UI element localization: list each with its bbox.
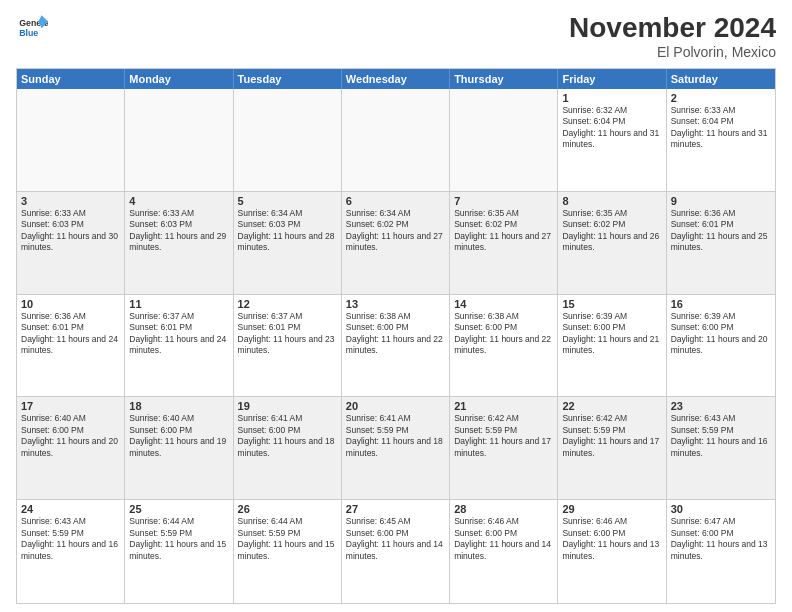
day-number: 17 [21, 400, 120, 412]
day-detail: Sunrise: 6:39 AM Sunset: 6:00 PM Dayligh… [671, 311, 771, 357]
day-number: 30 [671, 503, 771, 515]
day-number: 7 [454, 195, 553, 207]
day-cell: 9Sunrise: 6:36 AM Sunset: 6:01 PM Daylig… [667, 192, 775, 294]
day-cell: 11Sunrise: 6:37 AM Sunset: 6:01 PM Dayli… [125, 295, 233, 397]
day-detail: Sunrise: 6:41 AM Sunset: 6:00 PM Dayligh… [238, 413, 337, 459]
day-number: 15 [562, 298, 661, 310]
logo-icon: General Blue [16, 12, 48, 44]
day-number: 21 [454, 400, 553, 412]
day-cell: 24Sunrise: 6:43 AM Sunset: 5:59 PM Dayli… [17, 500, 125, 603]
day-cell: 13Sunrise: 6:38 AM Sunset: 6:00 PM Dayli… [342, 295, 450, 397]
day-detail: Sunrise: 6:35 AM Sunset: 6:02 PM Dayligh… [562, 208, 661, 254]
day-cell: 2Sunrise: 6:33 AM Sunset: 6:04 PM Daylig… [667, 89, 775, 191]
day-number: 8 [562, 195, 661, 207]
day-cell: 21Sunrise: 6:42 AM Sunset: 5:59 PM Dayli… [450, 397, 558, 499]
day-detail: Sunrise: 6:45 AM Sunset: 6:00 PM Dayligh… [346, 516, 445, 562]
day-cell: 30Sunrise: 6:47 AM Sunset: 6:00 PM Dayli… [667, 500, 775, 603]
day-number: 12 [238, 298, 337, 310]
day-detail: Sunrise: 6:38 AM Sunset: 6:00 PM Dayligh… [346, 311, 445, 357]
day-detail: Sunrise: 6:36 AM Sunset: 6:01 PM Dayligh… [21, 311, 120, 357]
day-number: 28 [454, 503, 553, 515]
day-cell: 5Sunrise: 6:34 AM Sunset: 6:03 PM Daylig… [234, 192, 342, 294]
day-cell: 20Sunrise: 6:41 AM Sunset: 5:59 PM Dayli… [342, 397, 450, 499]
day-detail: Sunrise: 6:47 AM Sunset: 6:00 PM Dayligh… [671, 516, 771, 562]
day-cell: 14Sunrise: 6:38 AM Sunset: 6:00 PM Dayli… [450, 295, 558, 397]
calendar-row: 10Sunrise: 6:36 AM Sunset: 6:01 PM Dayli… [17, 295, 775, 398]
weekday-header: Monday [125, 69, 233, 89]
day-number: 19 [238, 400, 337, 412]
day-cell: 1Sunrise: 6:32 AM Sunset: 6:04 PM Daylig… [558, 89, 666, 191]
day-number: 25 [129, 503, 228, 515]
day-number: 26 [238, 503, 337, 515]
day-number: 10 [21, 298, 120, 310]
day-detail: Sunrise: 6:41 AM Sunset: 5:59 PM Dayligh… [346, 413, 445, 459]
day-number: 27 [346, 503, 445, 515]
day-number: 2 [671, 92, 771, 104]
day-number: 29 [562, 503, 661, 515]
empty-cell [234, 89, 342, 191]
day-detail: Sunrise: 6:33 AM Sunset: 6:04 PM Dayligh… [671, 105, 771, 151]
day-cell: 22Sunrise: 6:42 AM Sunset: 5:59 PM Dayli… [558, 397, 666, 499]
empty-cell [450, 89, 558, 191]
title-block: November 2024 El Polvorin, Mexico [569, 12, 776, 60]
day-detail: Sunrise: 6:33 AM Sunset: 6:03 PM Dayligh… [129, 208, 228, 254]
day-cell: 6Sunrise: 6:34 AM Sunset: 6:02 PM Daylig… [342, 192, 450, 294]
day-detail: Sunrise: 6:34 AM Sunset: 6:03 PM Dayligh… [238, 208, 337, 254]
day-number: 9 [671, 195, 771, 207]
day-number: 5 [238, 195, 337, 207]
day-cell: 19Sunrise: 6:41 AM Sunset: 6:00 PM Dayli… [234, 397, 342, 499]
day-detail: Sunrise: 6:43 AM Sunset: 5:59 PM Dayligh… [21, 516, 120, 562]
weekday-header: Saturday [667, 69, 775, 89]
day-detail: Sunrise: 6:43 AM Sunset: 5:59 PM Dayligh… [671, 413, 771, 459]
weekday-header: Thursday [450, 69, 558, 89]
calendar-title: November 2024 [569, 12, 776, 44]
day-number: 13 [346, 298, 445, 310]
day-number: 23 [671, 400, 771, 412]
day-detail: Sunrise: 6:35 AM Sunset: 6:02 PM Dayligh… [454, 208, 553, 254]
day-number: 16 [671, 298, 771, 310]
day-number: 14 [454, 298, 553, 310]
day-detail: Sunrise: 6:46 AM Sunset: 6:00 PM Dayligh… [562, 516, 661, 562]
day-cell: 8Sunrise: 6:35 AM Sunset: 6:02 PM Daylig… [558, 192, 666, 294]
day-number: 3 [21, 195, 120, 207]
day-detail: Sunrise: 6:44 AM Sunset: 5:59 PM Dayligh… [129, 516, 228, 562]
svg-text:Blue: Blue [19, 28, 38, 38]
day-detail: Sunrise: 6:37 AM Sunset: 6:01 PM Dayligh… [238, 311, 337, 357]
day-detail: Sunrise: 6:39 AM Sunset: 6:00 PM Dayligh… [562, 311, 661, 357]
day-number: 11 [129, 298, 228, 310]
day-cell: 27Sunrise: 6:45 AM Sunset: 6:00 PM Dayli… [342, 500, 450, 603]
weekday-header: Sunday [17, 69, 125, 89]
weekday-header: Tuesday [234, 69, 342, 89]
calendar-subtitle: El Polvorin, Mexico [569, 44, 776, 60]
day-cell: 25Sunrise: 6:44 AM Sunset: 5:59 PM Dayli… [125, 500, 233, 603]
day-cell: 3Sunrise: 6:33 AM Sunset: 6:03 PM Daylig… [17, 192, 125, 294]
day-detail: Sunrise: 6:36 AM Sunset: 6:01 PM Dayligh… [671, 208, 771, 254]
day-cell: 15Sunrise: 6:39 AM Sunset: 6:00 PM Dayli… [558, 295, 666, 397]
day-detail: Sunrise: 6:44 AM Sunset: 5:59 PM Dayligh… [238, 516, 337, 562]
day-cell: 4Sunrise: 6:33 AM Sunset: 6:03 PM Daylig… [125, 192, 233, 294]
day-cell: 16Sunrise: 6:39 AM Sunset: 6:00 PM Dayli… [667, 295, 775, 397]
day-number: 1 [562, 92, 661, 104]
page: General Blue November 2024 El Polvorin, … [0, 0, 792, 612]
day-detail: Sunrise: 6:38 AM Sunset: 6:00 PM Dayligh… [454, 311, 553, 357]
day-cell: 26Sunrise: 6:44 AM Sunset: 5:59 PM Dayli… [234, 500, 342, 603]
weekday-header: Wednesday [342, 69, 450, 89]
calendar-row: 17Sunrise: 6:40 AM Sunset: 6:00 PM Dayli… [17, 397, 775, 500]
day-number: 4 [129, 195, 228, 207]
day-detail: Sunrise: 6:42 AM Sunset: 5:59 PM Dayligh… [454, 413, 553, 459]
calendar-row: 24Sunrise: 6:43 AM Sunset: 5:59 PM Dayli… [17, 500, 775, 603]
day-detail: Sunrise: 6:40 AM Sunset: 6:00 PM Dayligh… [129, 413, 228, 459]
day-detail: Sunrise: 6:40 AM Sunset: 6:00 PM Dayligh… [21, 413, 120, 459]
day-detail: Sunrise: 6:33 AM Sunset: 6:03 PM Dayligh… [21, 208, 120, 254]
day-cell: 18Sunrise: 6:40 AM Sunset: 6:00 PM Dayli… [125, 397, 233, 499]
header: General Blue November 2024 El Polvorin, … [16, 12, 776, 60]
day-detail: Sunrise: 6:46 AM Sunset: 6:00 PM Dayligh… [454, 516, 553, 562]
day-cell: 12Sunrise: 6:37 AM Sunset: 6:01 PM Dayli… [234, 295, 342, 397]
day-cell: 28Sunrise: 6:46 AM Sunset: 6:00 PM Dayli… [450, 500, 558, 603]
day-cell: 29Sunrise: 6:46 AM Sunset: 6:00 PM Dayli… [558, 500, 666, 603]
day-number: 22 [562, 400, 661, 412]
empty-cell [17, 89, 125, 191]
day-number: 24 [21, 503, 120, 515]
day-detail: Sunrise: 6:34 AM Sunset: 6:02 PM Dayligh… [346, 208, 445, 254]
day-cell: 10Sunrise: 6:36 AM Sunset: 6:01 PM Dayli… [17, 295, 125, 397]
